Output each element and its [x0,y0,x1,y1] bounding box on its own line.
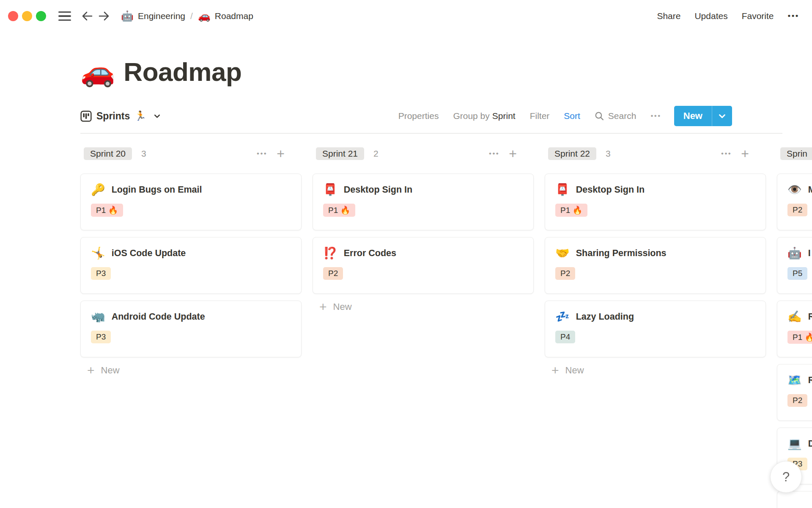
updates-button[interactable]: Updates [694,11,727,21]
column-new-button[interactable]: + New [80,364,302,377]
properties-button[interactable]: Properties [398,111,439,121]
more-options-icon[interactable]: ••• [788,11,799,21]
window-titlebar: 🤖 Engineering / 🚗 Roadmap Share Updates … [0,0,812,32]
help-button[interactable]: ? [770,461,802,493]
card-title: Desktop Sign In [576,185,645,195]
breadcrumb-page[interactable]: 🚗 Roadmap [195,8,257,24]
breadcrumb-workspace-label: Engineering [138,11,185,21]
card-priority-tag: P2 [787,204,807,216]
board-card[interactable]: 📮 Desktop Sign In P1 🔥 [545,174,766,230]
board-card[interactable] [777,491,812,508]
column-more-icon[interactable]: ••• [721,149,732,158]
column-new-button[interactable]: + New [545,364,766,377]
breadcrumb-page-label: Roadmap [215,11,253,21]
sort-button[interactable]: Sort [564,111,580,121]
runner-emoji-icon: 🏃 [134,110,146,121]
board-card[interactable]: 🤸 iOS Code Update P3 [80,237,302,294]
breadcrumb-workspace[interactable]: 🤖 Engineering [118,8,189,24]
board-column: Sprint 22 3 ••• + 📮 Desktop Sign In P1 🔥… [545,146,766,508]
board-card[interactable]: 👁️ M P2 [777,174,812,230]
card-title: Android Code Update [112,312,205,322]
page-title[interactable]: Roadmap [123,58,241,86]
card-priority-tag: P2 [323,267,343,280]
plus-icon: + [551,364,559,377]
group-by-prefix: Group by [453,111,489,121]
card-priority-tag: P4 [555,331,575,343]
column-title[interactable]: Sprint 21 [316,147,364,160]
filter-button[interactable]: Filter [530,111,550,121]
card-emoji-icon: 🤖 [787,248,802,259]
board-card[interactable]: 🦏 Android Code Update P3 [80,301,302,357]
column-add-icon[interactable]: + [509,147,517,160]
board-card[interactable]: 🤖 I P5 [777,237,812,294]
card-emoji-icon: ✍️ [787,311,802,323]
column-count: 3 [606,149,611,159]
board-column: Sprin ••• + 👁️ M P2 🤖 I P5 ✍️ R P1 🔥 🗺️ … [777,146,812,508]
column-header: Sprint 20 3 ••• + [80,146,302,161]
board-column: Sprint 21 2 ••• + 📮 Desktop Sign In P1 🔥… [313,146,534,508]
minimize-window-button[interactable] [22,11,32,21]
card-priority-tag: P1 🔥 [323,204,355,217]
view-tab-sprints[interactable]: Sprints 🏃 [80,110,161,122]
chevron-down-icon [718,112,726,120]
board-card[interactable]: ⁉️ Error Codes P2 [313,237,534,294]
car-emoji-icon: 🚗 [198,10,211,22]
board-card[interactable]: 💤 Lazy Loading P4 [545,301,766,357]
plus-icon: + [319,301,327,313]
favorite-button[interactable]: Favorite [742,11,774,21]
card-priority-tag: P3 [91,331,111,343]
sidebar-menu-icon[interactable] [58,11,71,21]
share-button[interactable]: Share [657,11,680,21]
card-emoji-icon: 📮 [555,184,570,196]
close-window-button[interactable] [8,11,18,21]
column-more-icon[interactable]: ••• [489,149,499,158]
zoom-window-button[interactable] [36,11,46,21]
column-more-icon[interactable]: ••• [257,149,267,158]
card-priority-tag: P1 🔥 [787,331,812,344]
new-button[interactable]: New [674,106,732,126]
card-priority-tag: P1 🔥 [555,204,587,217]
traffic-lights [8,11,46,21]
column-title[interactable]: Sprint 20 [84,147,132,160]
column-add-icon[interactable]: + [741,147,749,160]
card-emoji-icon: 👁️ [787,184,802,196]
group-by-button[interactable]: Group bySprint [453,111,515,121]
view-more-options-icon[interactable]: ••• [650,112,661,120]
view-tab-label: Sprints [96,110,130,122]
card-title: iOS Code Update [112,248,186,259]
new-label: New [101,365,120,376]
card-priority-tag: P1 🔥 [91,204,123,217]
card-title: D [808,439,812,449]
robot-emoji-icon: 🤖 [121,10,134,22]
card-list: 📮 Desktop Sign In P1 🔥 ⁉️ Error Codes P2 [313,174,534,294]
card-emoji-icon: 📮 [323,184,337,196]
page-icon-car-emoji[interactable]: 🚗 [80,58,115,86]
card-title: Desktop Sign In [344,185,412,195]
card-title: R [808,312,812,322]
column-header: Sprint 21 2 ••• + [313,146,534,161]
board-card[interactable]: 🤝 Sharing Permissions P2 [545,237,766,294]
back-button[interactable] [80,10,94,22]
board-card[interactable]: 🔑 Login Bugs on Email P1 🔥 [80,174,302,230]
column-new-button[interactable]: + New [313,301,534,313]
card-list: 🔑 Login Bugs on Email P1 🔥 🤸 iOS Code Up… [80,174,302,357]
new-button-dropdown[interactable] [712,106,732,126]
board-column: Sprint 20 3 ••• + 🔑 Login Bugs on Email … [80,146,302,508]
board-card[interactable]: ✍️ R P1 🔥 [777,301,812,357]
column-count: 3 [141,149,146,159]
page-header: 🚗 Roadmap [80,58,812,86]
toolbar-divider [80,133,782,134]
column-add-icon[interactable]: + [277,147,285,160]
card-emoji-icon: 💤 [555,311,570,323]
board-card[interactable]: 📮 Desktop Sign In P1 🔥 [313,174,534,230]
column-title[interactable]: Sprin [780,147,812,160]
column-title[interactable]: Sprint 22 [548,147,596,160]
plus-icon: + [87,364,95,377]
view-toolbar: Sprints 🏃 Properties Group bySprint Filt… [80,106,812,126]
card-emoji-icon: 🤝 [555,248,570,259]
new-label: New [333,301,352,312]
card-emoji-icon: 🗺️ [787,375,802,386]
board-card[interactable]: 🗺️ R P2 [777,364,812,421]
forward-button[interactable] [97,10,111,22]
search-button[interactable]: Search [595,111,636,121]
